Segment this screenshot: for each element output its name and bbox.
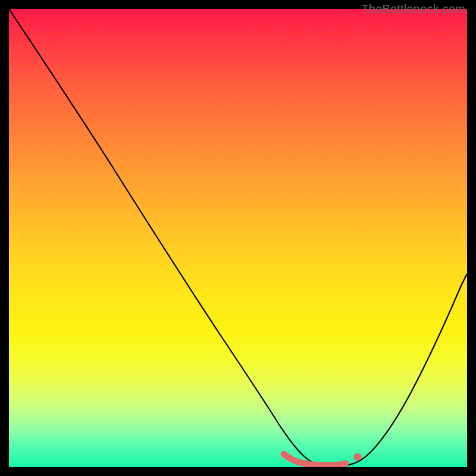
right-curve (342, 274, 467, 466)
chart-frame: TheBottleneck.com (0, 0, 476, 476)
curves-layer (9, 9, 467, 467)
bottleneck-end-dot (354, 453, 362, 461)
left-curve (9, 9, 330, 466)
bottleneck-marker (284, 454, 346, 465)
watermark-text: TheBottleneck.com (361, 2, 465, 16)
